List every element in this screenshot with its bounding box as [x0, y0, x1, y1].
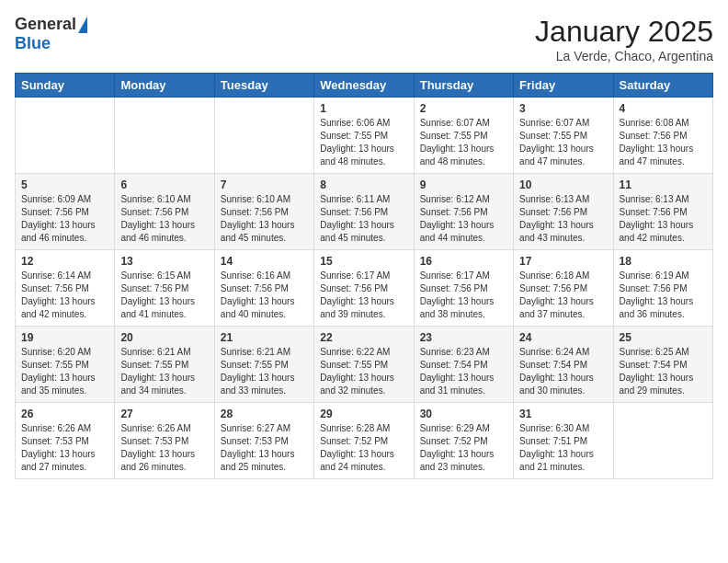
day-info: Sunrise: 6:14 AM Sunset: 7:56 PM Dayligh… [21, 270, 108, 321]
calendar-day-cell: 13Sunrise: 6:15 AM Sunset: 7:56 PM Dayli… [115, 250, 214, 327]
calendar-day-cell: 6Sunrise: 6:10 AM Sunset: 7:56 PM Daylig… [115, 174, 214, 250]
calendar-day-cell: 9Sunrise: 6:12 AM Sunset: 7:56 PM Daylig… [414, 174, 513, 250]
day-number: 9 [420, 178, 507, 191]
day-info: Sunrise: 6:07 AM Sunset: 7:55 PM Dayligh… [519, 117, 607, 168]
day-number: 31 [519, 408, 607, 420]
calendar-day-cell: 2Sunrise: 6:07 AM Sunset: 7:55 PM Daylig… [414, 98, 513, 174]
calendar-day-cell: 4Sunrise: 6:08 AM Sunset: 7:56 PM Daylig… [613, 98, 712, 174]
calendar-day-cell: 22Sunrise: 6:22 AM Sunset: 7:55 PM Dayli… [314, 327, 414, 403]
day-info: Sunrise: 6:26 AM Sunset: 7:53 PM Dayligh… [21, 422, 108, 474]
day-info: Sunrise: 6:21 AM Sunset: 7:55 PM Dayligh… [221, 346, 308, 397]
calendar-day-cell: 29Sunrise: 6:28 AM Sunset: 7:52 PM Dayli… [314, 403, 414, 479]
calendar-day-cell [115, 98, 214, 174]
calendar-table: SundayMondayTuesdayWednesdayThursdayFrid… [15, 73, 713, 479]
day-of-week-header: Monday [115, 74, 214, 98]
day-info: Sunrise: 6:22 AM Sunset: 7:55 PM Dayligh… [320, 346, 407, 397]
day-info: Sunrise: 6:15 AM Sunset: 7:56 PM Dayligh… [120, 270, 208, 321]
calendar-day-cell: 11Sunrise: 6:13 AM Sunset: 7:56 PM Dayli… [613, 174, 712, 250]
day-number: 12 [21, 255, 108, 268]
day-number: 21 [221, 331, 308, 344]
day-info: Sunrise: 6:08 AM Sunset: 7:56 PM Dayligh… [620, 117, 707, 168]
day-info: Sunrise: 6:10 AM Sunset: 7:56 PM Dayligh… [120, 193, 208, 245]
day-number: 17 [519, 255, 607, 268]
day-number: 13 [120, 255, 208, 268]
calendar-day-cell: 5Sunrise: 6:09 AM Sunset: 7:56 PM Daylig… [16, 174, 115, 250]
calendar-day-cell: 7Sunrise: 6:10 AM Sunset: 7:56 PM Daylig… [214, 174, 313, 250]
day-number: 25 [620, 331, 707, 344]
day-number: 5 [21, 178, 108, 191]
day-of-week-header: Tuesday [214, 74, 313, 98]
day-info: Sunrise: 6:29 AM Sunset: 7:52 PM Dayligh… [420, 422, 507, 474]
day-number: 6 [120, 178, 208, 191]
day-info: Sunrise: 6:27 AM Sunset: 7:53 PM Dayligh… [221, 422, 308, 474]
day-info: Sunrise: 6:20 AM Sunset: 7:55 PM Dayligh… [21, 346, 108, 397]
day-number: 24 [519, 331, 607, 344]
day-info: Sunrise: 6:16 AM Sunset: 7:56 PM Dayligh… [221, 270, 308, 321]
calendar-day-cell: 19Sunrise: 6:20 AM Sunset: 7:55 PM Dayli… [16, 327, 115, 403]
day-of-week-header: Friday [514, 74, 613, 98]
day-number: 4 [620, 102, 707, 115]
day-number: 28 [221, 408, 308, 420]
calendar-day-cell: 24Sunrise: 6:24 AM Sunset: 7:54 PM Dayli… [514, 327, 613, 403]
day-number: 26 [21, 408, 108, 420]
day-info: Sunrise: 6:17 AM Sunset: 7:56 PM Dayligh… [420, 270, 507, 321]
day-number: 10 [519, 178, 607, 191]
calendar-day-cell: 15Sunrise: 6:17 AM Sunset: 7:56 PM Dayli… [314, 250, 414, 327]
logo: General Blue [15, 15, 87, 53]
day-number: 30 [420, 408, 507, 420]
calendar-week-row: 26Sunrise: 6:26 AM Sunset: 7:53 PM Dayli… [16, 403, 713, 479]
day-info: Sunrise: 6:25 AM Sunset: 7:54 PM Dayligh… [620, 346, 707, 397]
calendar-day-cell: 21Sunrise: 6:21 AM Sunset: 7:55 PM Dayli… [214, 327, 313, 403]
day-info: Sunrise: 6:17 AM Sunset: 7:56 PM Dayligh… [320, 270, 407, 321]
day-number: 11 [620, 178, 707, 191]
day-number: 29 [320, 408, 407, 420]
day-of-week-header: Wednesday [314, 74, 414, 98]
calendar-day-cell: 18Sunrise: 6:19 AM Sunset: 7:56 PM Dayli… [613, 250, 712, 327]
calendar-week-row: 12Sunrise: 6:14 AM Sunset: 7:56 PM Dayli… [16, 250, 713, 327]
day-number: 16 [420, 255, 507, 268]
month-title: January 2025 [535, 15, 713, 49]
day-info: Sunrise: 6:23 AM Sunset: 7:54 PM Dayligh… [420, 346, 507, 397]
day-info: Sunrise: 6:18 AM Sunset: 7:56 PM Dayligh… [519, 270, 607, 321]
day-number: 15 [320, 255, 407, 268]
page-header: General Blue January 2025 La Verde, Chac… [15, 15, 713, 63]
day-info: Sunrise: 6:11 AM Sunset: 7:56 PM Dayligh… [320, 193, 407, 245]
day-of-week-header: Sunday [16, 74, 115, 98]
day-info: Sunrise: 6:13 AM Sunset: 7:56 PM Dayligh… [519, 193, 607, 245]
day-number: 7 [221, 178, 308, 191]
day-number: 18 [620, 255, 707, 268]
day-info: Sunrise: 6:07 AM Sunset: 7:55 PM Dayligh… [420, 117, 507, 168]
day-info: Sunrise: 6:28 AM Sunset: 7:52 PM Dayligh… [320, 422, 407, 474]
logo-triangle-icon [78, 17, 87, 33]
calendar-day-cell [214, 98, 313, 174]
day-number: 1 [320, 102, 407, 115]
calendar-day-cell: 3Sunrise: 6:07 AM Sunset: 7:55 PM Daylig… [514, 98, 613, 174]
location-subtitle: La Verde, Chaco, Argentina [535, 49, 713, 63]
day-number: 2 [420, 102, 507, 115]
day-info: Sunrise: 6:09 AM Sunset: 7:56 PM Dayligh… [21, 193, 108, 245]
calendar-day-cell: 8Sunrise: 6:11 AM Sunset: 7:56 PM Daylig… [314, 174, 414, 250]
calendar-day-cell: 1Sunrise: 6:06 AM Sunset: 7:55 PM Daylig… [314, 98, 414, 174]
calendar-day-cell [613, 403, 712, 479]
calendar-day-cell: 23Sunrise: 6:23 AM Sunset: 7:54 PM Dayli… [414, 327, 513, 403]
day-number: 3 [519, 102, 607, 115]
calendar-day-cell: 25Sunrise: 6:25 AM Sunset: 7:54 PM Dayli… [613, 327, 712, 403]
day-info: Sunrise: 6:21 AM Sunset: 7:55 PM Dayligh… [120, 346, 208, 397]
day-number: 20 [120, 331, 208, 344]
logo-blue-text: Blue [15, 34, 51, 53]
calendar-day-cell [16, 98, 115, 174]
day-info: Sunrise: 6:10 AM Sunset: 7:56 PM Dayligh… [221, 193, 308, 245]
calendar-day-cell: 14Sunrise: 6:16 AM Sunset: 7:56 PM Dayli… [214, 250, 313, 327]
day-of-week-header: Saturday [613, 74, 712, 98]
day-number: 23 [420, 331, 507, 344]
calendar-day-cell: 28Sunrise: 6:27 AM Sunset: 7:53 PM Dayli… [214, 403, 313, 479]
calendar-day-cell: 31Sunrise: 6:30 AM Sunset: 7:51 PM Dayli… [514, 403, 613, 479]
calendar-week-row: 19Sunrise: 6:20 AM Sunset: 7:55 PM Dayli… [16, 327, 713, 403]
calendar-day-cell: 30Sunrise: 6:29 AM Sunset: 7:52 PM Dayli… [414, 403, 513, 479]
day-number: 19 [21, 331, 108, 344]
day-number: 22 [320, 331, 407, 344]
day-info: Sunrise: 6:12 AM Sunset: 7:56 PM Dayligh… [420, 193, 507, 245]
logo-general-text: General [15, 15, 76, 34]
day-of-week-header: Thursday [414, 74, 513, 98]
calendar-day-cell: 10Sunrise: 6:13 AM Sunset: 7:56 PM Dayli… [514, 174, 613, 250]
